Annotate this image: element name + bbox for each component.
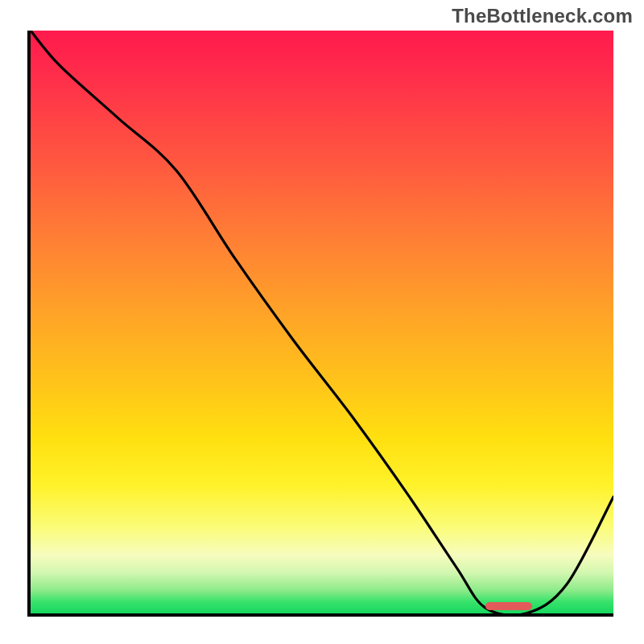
watermark-text: TheBottleneck.com: [452, 5, 633, 27]
chart-container: TheBottleneck.com: [0, 0, 644, 644]
x-axis-line: [31, 613, 613, 617]
bottleneck-curve-path: [31, 31, 613, 613]
curve-layer: [31, 31, 613, 613]
optimal-range-marker: [485, 602, 532, 610]
plot-area: [31, 31, 613, 613]
y-axis-line: [27, 31, 31, 617]
